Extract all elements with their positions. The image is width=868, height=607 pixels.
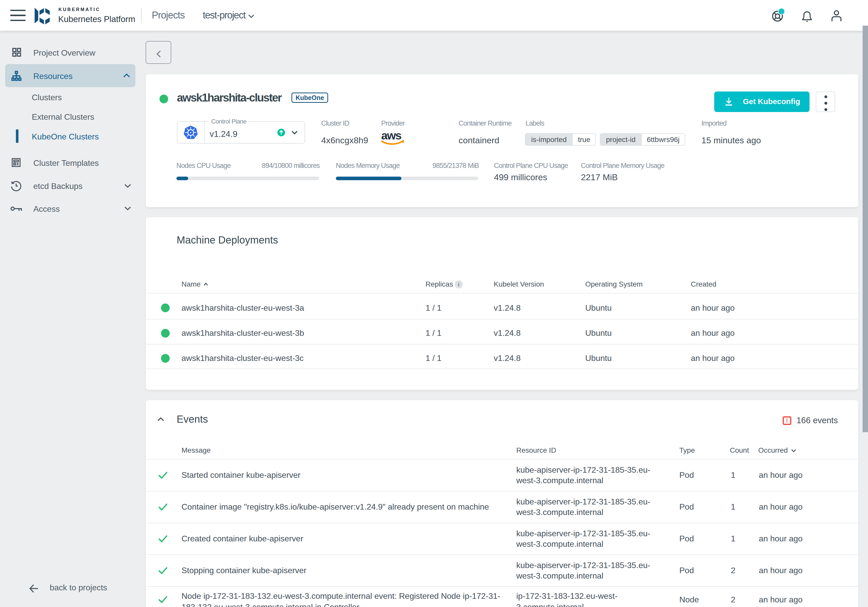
- svg-text:aws: aws: [381, 129, 401, 142]
